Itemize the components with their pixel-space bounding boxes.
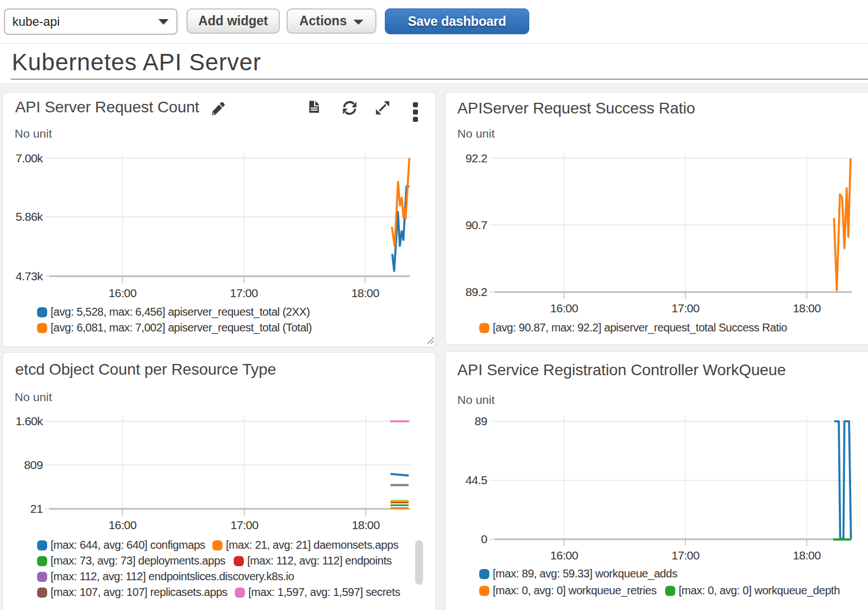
svg-text:89.2: 89.2 — [466, 285, 487, 298]
svg-text:16:00: 16:00 — [550, 302, 578, 315]
svg-text:0: 0 — [481, 532, 487, 545]
svg-text:92.2: 92.2 — [466, 152, 487, 165]
svg-text:809: 809 — [24, 458, 43, 471]
svg-text:16:00: 16:00 — [108, 518, 137, 531]
svg-text:17:00: 17:00 — [230, 518, 258, 531]
svg-text:16:00: 16:00 — [550, 549, 578, 562]
svg-text:17:00: 17:00 — [671, 302, 699, 315]
svg-text:44.5: 44.5 — [466, 474, 487, 486]
svg-text:17:00: 17:00 — [671, 549, 699, 562]
svg-text:90.7: 90.7 — [466, 218, 487, 231]
svg-text:16:00: 16:00 — [108, 286, 137, 299]
svg-text:1.60k: 1.60k — [16, 415, 43, 427]
svg-text:4.73k: 4.73k — [16, 270, 43, 283]
svg-text:21: 21 — [30, 502, 43, 515]
svg-text:18:00: 18:00 — [351, 286, 379, 299]
svg-text:89: 89 — [475, 415, 487, 427]
svg-text:18:00: 18:00 — [352, 518, 380, 531]
svg-text:18:00: 18:00 — [793, 549, 821, 562]
svg-text:17:00: 17:00 — [230, 286, 258, 299]
svg-text:7.00k: 7.00k — [16, 152, 43, 165]
svg-text:18:00: 18:00 — [793, 302, 821, 315]
svg-text:5.86k: 5.86k — [16, 210, 43, 223]
